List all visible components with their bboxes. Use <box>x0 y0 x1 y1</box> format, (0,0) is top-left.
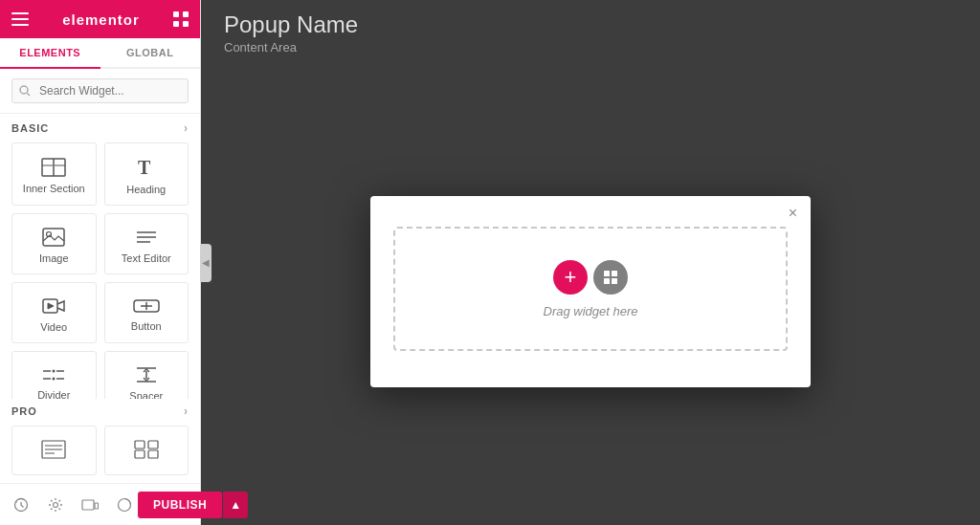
main-content: Popup Name Content Area × + <box>201 0 980 525</box>
heading-icon: T <box>136 157 157 178</box>
svg-rect-0 <box>11 12 29 14</box>
widget-button-label: Button <box>131 320 162 332</box>
theme-icon[interactable] <box>111 492 138 518</box>
svg-rect-6 <box>183 21 189 27</box>
pro-widget-list[interactable] <box>11 426 97 475</box>
svg-rect-46 <box>82 500 94 510</box>
top-bar: Popup Name Content Area <box>201 0 980 58</box>
widget-divider[interactable]: Divider <box>11 351 97 399</box>
svg-line-8 <box>28 94 31 97</box>
svg-rect-41 <box>148 441 158 448</box>
popup-drop-zone: + Drag widget here <box>393 227 788 351</box>
svg-rect-5 <box>173 21 179 27</box>
text-editor-icon <box>135 228 158 247</box>
pro-widgets-grid <box>0 422 200 483</box>
sidebar-collapse-handle[interactable]: ◀ <box>200 244 212 282</box>
svg-point-45 <box>54 502 58 507</box>
widgets-grid: Inner Section T Heading Image <box>0 139 200 399</box>
svg-rect-14 <box>43 229 64 246</box>
svg-rect-1 <box>11 18 29 20</box>
svg-rect-47 <box>95 503 99 509</box>
svg-point-25 <box>53 370 56 373</box>
widget-inner-section[interactable]: Inner Section <box>11 142 97 206</box>
popup-name-title: Popup Name <box>224 11 957 38</box>
drop-zone-buttons: + <box>553 260 628 295</box>
canvas-area: × + Drag widget here <box>201 58 980 525</box>
svg-rect-4 <box>183 11 189 17</box>
widget-inner-section-label: Inner Section <box>23 183 85 194</box>
video-icon <box>42 296 65 316</box>
widget-image-label: Image <box>39 252 69 264</box>
svg-rect-42 <box>135 450 145 458</box>
pro-grid-icon <box>134 440 159 459</box>
choose-template-button[interactable] <box>593 260 628 295</box>
search-input[interactable] <box>11 78 189 103</box>
publish-arrow-button[interactable]: ▲ <box>223 492 248 518</box>
widget-heading-label: Heading <box>126 184 166 195</box>
svg-rect-51 <box>604 278 610 284</box>
svg-rect-49 <box>604 271 610 276</box>
hamburger-icon[interactable] <box>11 12 29 26</box>
widget-video-label: Video <box>40 321 67 333</box>
widget-text-editor[interactable]: Text Editor <box>104 213 189 274</box>
pro-chevron-icon: › <box>184 405 189 418</box>
svg-rect-50 <box>612 271 617 276</box>
publish-group: PUBLISH ▲ <box>138 492 248 518</box>
sidebar-tabs: ELEMENTS GLOBAL <box>0 38 200 69</box>
widget-image[interactable]: Image <box>11 213 97 274</box>
svg-marker-20 <box>48 303 54 309</box>
tab-global[interactable]: GLOBAL <box>100 38 201 67</box>
widget-video[interactable]: Video <box>11 282 97 343</box>
svg-rect-40 <box>135 441 145 448</box>
image-icon <box>42 228 65 247</box>
content-area-label: Content Area <box>224 40 957 55</box>
publish-button[interactable]: PUBLISH <box>138 492 222 518</box>
widget-button[interactable]: Button <box>104 282 189 343</box>
drop-zone-text: Drag widget here <box>544 304 638 318</box>
sidebar-footer: PUBLISH ▲ <box>0 483 200 525</box>
svg-point-28 <box>53 378 56 381</box>
chevron-down-icon: › <box>184 121 189 135</box>
widget-search-container <box>0 69 200 114</box>
widget-spacer[interactable]: Spacer <box>104 351 189 399</box>
elementor-logo: elementor <box>62 11 140 28</box>
widget-text-editor-label: Text Editor <box>122 252 171 264</box>
responsive-icon[interactable] <box>77 492 103 518</box>
svg-rect-43 <box>148 450 158 458</box>
svg-point-7 <box>20 86 28 94</box>
apps-icon[interactable] <box>173 11 189 27</box>
popup-modal: × + Drag widget here <box>370 196 811 387</box>
widget-spacer-label: Spacer <box>129 390 163 399</box>
button-icon <box>133 297 160 315</box>
divider-icon <box>41 366 66 383</box>
svg-rect-52 <box>612 278 617 284</box>
sidebar: elementor ELEMENTS GLOBAL BASIC › <box>0 0 201 525</box>
footer-icons-group <box>8 492 138 518</box>
sidebar-header: elementor <box>0 0 200 38</box>
spacer-icon <box>135 365 158 384</box>
add-widget-button[interactable]: + <box>553 260 588 295</box>
svg-text:T: T <box>138 157 151 178</box>
pro-widget-grid[interactable] <box>104 426 189 475</box>
popup-close-button[interactable]: × <box>789 206 797 221</box>
pro-list-icon <box>41 440 66 459</box>
tab-elements[interactable]: ELEMENTS <box>0 38 100 69</box>
svg-rect-3 <box>173 11 179 17</box>
svg-rect-2 <box>11 24 29 26</box>
basic-section-label[interactable]: BASIC › <box>0 114 200 139</box>
pro-section-label[interactable]: PRO › <box>0 399 200 422</box>
settings-icon[interactable] <box>42 492 69 518</box>
widget-divider-label: Divider <box>37 389 70 399</box>
history-icon[interactable] <box>8 492 34 518</box>
widget-heading[interactable]: T Heading <box>104 142 189 206</box>
inner-section-icon <box>41 158 66 177</box>
